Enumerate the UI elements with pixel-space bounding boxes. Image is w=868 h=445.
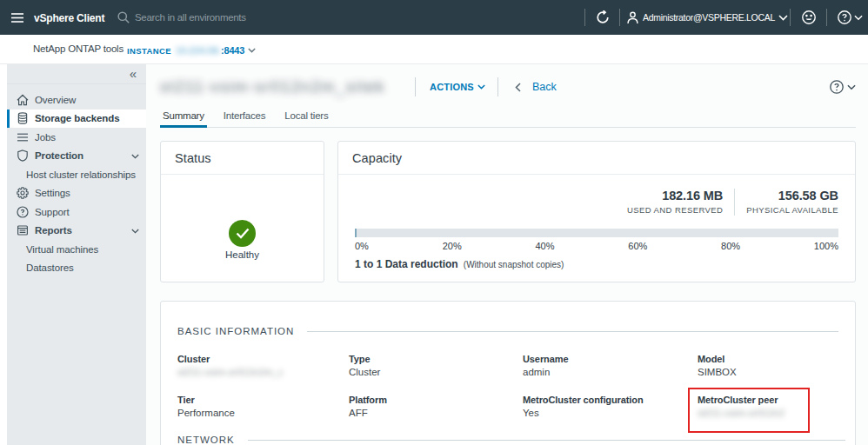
tab-label: Interfaces — [224, 110, 266, 121]
field-label: Platform — [349, 395, 523, 405]
capacity-values-divider — [734, 189, 735, 216]
list-icon — [17, 131, 29, 143]
status-card-body: Healthy — [161, 175, 324, 282]
capacity-card-body: 182.16 MB USED AND RESERVED 156.58 GB PH… — [338, 189, 855, 270]
summary-cards-row: Status Healthy Capacity 182.16 MB USED A… — [160, 141, 856, 282]
highlight-annotation-box — [688, 388, 810, 433]
field-value: SIMBOX — [698, 367, 838, 377]
sidebar-item-reports[interactable]: Reports — [7, 222, 146, 241]
scale-tick: 0% — [355, 241, 369, 251]
used-label: USED AND RESERVED — [627, 205, 723, 215]
global-search[interactable]: Search in all environments — [117, 11, 246, 23]
instance-port: :8443 — [221, 45, 244, 56]
chevron-down-icon — [778, 15, 788, 21]
sidebar-item-datastores[interactable]: Datastores — [7, 259, 146, 278]
chevron-left-icon — [515, 83, 521, 92]
section-divider-line — [307, 331, 838, 332]
field-label: Type — [349, 354, 523, 364]
search-icon — [117, 11, 130, 23]
topbar-divider — [584, 9, 585, 26]
sidebar-item-host-cluster-relationships[interactable]: Host cluster relationships — [7, 165, 146, 184]
sidebar-item-protection[interactable]: Protection — [7, 147, 146, 166]
feedback-smiley-icon[interactable] — [802, 10, 816, 24]
back-button[interactable]: Back — [515, 81, 557, 93]
field-label: Tier — [177, 395, 349, 405]
available-value: 156.58 GB — [746, 189, 838, 203]
sidebar-item-settings[interactable]: Settings — [7, 184, 146, 203]
basic-information-section-header: BASIC INFORMATION — [177, 326, 838, 336]
scale-tick: 40% — [535, 241, 554, 251]
field-username: Username admin — [523, 354, 698, 377]
sidebar-item-label: Support — [35, 207, 70, 217]
sidebar-item-label: Storage backends — [35, 113, 119, 123]
hamburger-menu-icon[interactable] — [11, 13, 23, 23]
sidebar-item-overview[interactable]: Overview — [7, 90, 146, 110]
field-model: Model SIMBOX — [698, 354, 838, 377]
scale-tick: 80% — [721, 241, 740, 251]
instance-selector[interactable]: INSTANCE 10.224.58.136 :8443 — [127, 45, 256, 56]
field-value: AFF — [349, 408, 523, 418]
help-circle-icon — [830, 80, 844, 94]
page-help-button[interactable] — [830, 80, 856, 94]
refresh-icon[interactable] — [596, 10, 610, 24]
field-label: Username — [523, 354, 698, 364]
sidebar-item-virtual-machines[interactable]: Virtual machines — [7, 240, 146, 259]
scale-tick: 20% — [443, 241, 462, 251]
section-divider-line — [248, 440, 845, 441]
tab-summary[interactable]: Summary — [160, 109, 207, 127]
tab-interfaces[interactable]: Interfaces — [221, 109, 269, 127]
home-icon — [17, 94, 29, 106]
topbar-divider — [790, 9, 791, 26]
section-title: BASIC INFORMATION — [177, 326, 294, 336]
search-placeholder: Search in all environments — [135, 12, 246, 23]
field-metrocluster-configuration: MetroCluster configuration Yes — [523, 395, 698, 418]
report-icon — [17, 224, 29, 236]
scale-tick: 100% — [814, 241, 838, 251]
instance-host-redacted: 10.224.58.136 — [176, 45, 221, 56]
topbar-divider — [826, 9, 827, 26]
sidebar-item-label: Settings — [35, 188, 70, 198]
plugin-header-bar: NetApp ONTAP tools INSTANCE 10.224.58.13… — [0, 35, 868, 64]
chevron-down-icon — [131, 229, 139, 234]
healthy-check-icon — [229, 220, 256, 247]
field-tier: Tier Performance — [177, 395, 349, 418]
actions-label: ACTIONS — [430, 82, 474, 92]
field-value: Cluster — [349, 367, 523, 377]
field-value-redacted: st211-vsim-sr012n2m_c — [177, 367, 349, 377]
tab-label: Summary — [163, 110, 204, 121]
data-reduction-note: (Without snapshot copies) — [461, 260, 564, 269]
chevron-down-icon — [477, 84, 485, 90]
sidebar-item-jobs[interactable]: Jobs — [7, 128, 146, 147]
field-value: Performance — [177, 408, 349, 418]
tab-local-tiers[interactable]: Local tiers — [282, 109, 331, 127]
help-circle-icon — [838, 10, 851, 24]
sidebar-item-support[interactable]: Support — [7, 203, 146, 222]
used-value: 182.16 MB — [627, 189, 723, 203]
page-header: st211-vsim-sr012n2m_sitek ACTIONS Back — [160, 74, 856, 100]
actions-button[interactable]: ACTIONS — [430, 82, 485, 92]
sidebar-item-storage-backends[interactable]: Storage backends — [7, 110, 146, 129]
chevron-down-icon — [854, 15, 863, 21]
status-card-title: Status — [161, 142, 324, 175]
user-menu[interactable]: Administrator@VSPHERE.LOCAL — [627, 0, 788, 35]
sidebar-item-label: Jobs — [35, 132, 56, 143]
help-menu[interactable] — [838, 10, 863, 24]
capacity-progress-bar — [355, 229, 838, 237]
chevron-down-icon — [131, 154, 139, 159]
instance-label: INSTANCE — [127, 46, 171, 56]
main-content: st211-vsim-sr012n2m_sitek ACTIONS Back S… — [146, 64, 868, 445]
sidebar-nav: Overview Storage backends Jobs Protectio… — [7, 84, 146, 277]
plugin-title: NetApp ONTAP tools — [33, 43, 124, 54]
user-icon — [627, 11, 638, 24]
chevron-down-icon — [847, 84, 856, 90]
topbar-divider — [619, 9, 620, 26]
basic-information-card: BASIC INFORMATION Cluster st211-vsim-sr0… — [160, 301, 856, 445]
collapse-sidebar-icon[interactable]: « — [130, 67, 137, 80]
field-label: Model — [698, 354, 838, 364]
status-card: Status Healthy — [160, 141, 324, 282]
capacity-used-group: 182.16 MB USED AND RESERVED — [627, 189, 723, 216]
section-title: NETWORK — [177, 435, 235, 445]
field-value: admin — [523, 367, 698, 377]
field-label: Cluster — [177, 354, 349, 364]
header-divider — [415, 77, 416, 96]
